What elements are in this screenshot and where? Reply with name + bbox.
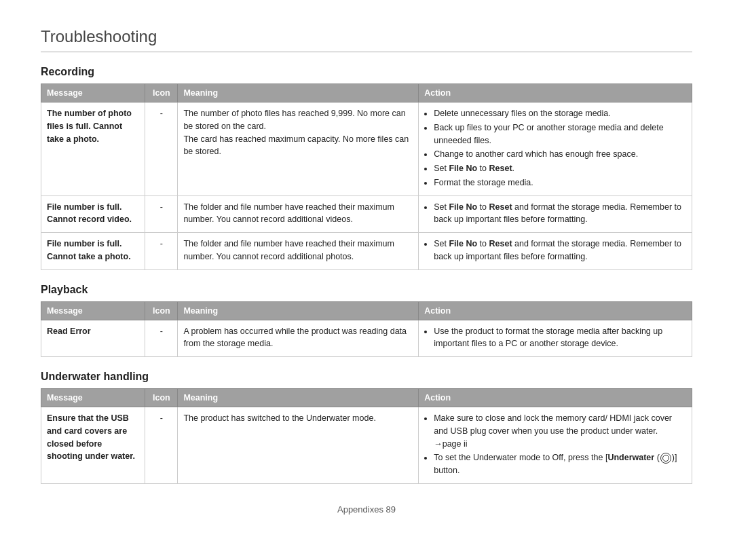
cell-action: Set File No to Reset and format the stor… — [419, 233, 692, 270]
cell-icon: - — [145, 195, 178, 233]
col-header-message: Message — [41, 84, 145, 102]
table-row: Read Error-A problem has occurred while … — [41, 320, 692, 357]
cell-message: The number of photo files is full. Canno… — [41, 102, 145, 196]
table-row: File number is full. Cannot take a photo… — [41, 233, 692, 270]
cell-action: Delete unnecessary files on the storage … — [419, 102, 692, 196]
action-item: Delete unnecessary files on the storage … — [434, 107, 686, 120]
cell-meaning: The number of photo files has reached 9,… — [178, 102, 419, 196]
table-row: The number of photo files is full. Canno… — [41, 102, 692, 196]
action-item: Back up files to your PC or another stor… — [434, 122, 686, 147]
cell-icon: - — [145, 233, 178, 270]
table-playback: MessageIconMeaningActionRead Error-A pro… — [41, 301, 692, 358]
action-item: To set the Underwater mode to Off, press… — [434, 451, 686, 477]
col-header-icon: Icon — [145, 301, 178, 320]
action-item: Use the product to format the storage me… — [434, 325, 686, 351]
action-item: Set File No to Reset. — [434, 162, 686, 175]
col-header-meaning: Meaning — [178, 389, 419, 407]
page-footer: Appendixes 89 — [41, 504, 692, 515]
section-heading-underwater: Underwater handling — [41, 371, 692, 383]
cell-message: Read Error — [41, 320, 145, 357]
section-heading-recording: Recording — [41, 66, 692, 78]
table-underwater: MessageIconMeaningActionEnsure that the … — [41, 388, 692, 484]
action-item: Set File No to Reset and format the stor… — [434, 238, 686, 263]
cell-meaning: A problem has occurred while the product… — [178, 320, 419, 357]
cell-message: Ensure that the USB and card covers are … — [41, 407, 145, 484]
cell-action: Make sure to close and lock the memory c… — [419, 407, 692, 484]
col-header-action: Action — [419, 301, 692, 320]
cell-action: Use the product to format the storage me… — [419, 320, 692, 357]
table-row: File number is full. Cannot record video… — [41, 195, 692, 233]
underwater-icon — [660, 453, 671, 464]
col-header-meaning: Meaning — [178, 84, 419, 102]
col-header-message: Message — [41, 389, 145, 407]
cell-meaning: The product has switched to the Underwat… — [178, 407, 419, 484]
table-row: Ensure that the USB and card covers are … — [41, 407, 692, 484]
cell-meaning: The folder and file number have reached … — [178, 195, 419, 233]
action-item: Set File No to Reset and format the stor… — [434, 201, 686, 227]
col-header-message: Message — [41, 301, 145, 320]
col-header-meaning: Meaning — [178, 301, 419, 320]
col-header-action: Action — [419, 389, 692, 407]
cell-message: File number is full. Cannot take a photo… — [41, 233, 145, 270]
cell-message: File number is full. Cannot record video… — [41, 195, 145, 233]
col-header-icon: Icon — [145, 389, 178, 407]
col-header-action: Action — [419, 84, 692, 102]
cell-icon: - — [145, 320, 178, 357]
cell-action: Set File No to Reset and format the stor… — [419, 195, 692, 233]
table-recording: MessageIconMeaningActionThe number of ph… — [41, 83, 692, 270]
cell-icon: - — [145, 407, 178, 484]
cell-meaning: The folder and file number have reached … — [178, 233, 419, 270]
col-header-icon: Icon — [145, 84, 178, 102]
section-heading-playback: Playback — [41, 284, 692, 296]
action-item: Make sure to close and lock the memory c… — [434, 412, 686, 450]
action-item: Format the storage media. — [434, 176, 686, 189]
action-item: Change to another card which has enough … — [434, 148, 686, 161]
page-title: Troubleshooting — [41, 27, 692, 52]
cell-icon: - — [145, 102, 178, 196]
